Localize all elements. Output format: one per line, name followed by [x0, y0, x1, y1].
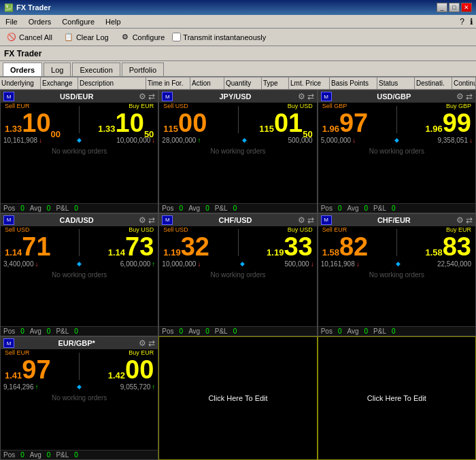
footer-pos-label-chf-eur: Pos [321, 328, 333, 335]
vol-left-val-usd-eur: 10,161,908 [3, 137, 37, 144]
panel-settings-icon-chf-usd[interactable]: ⚙ [298, 215, 305, 225]
panel-footer-jpy-usd: Pos 0 Avg 0 P&L 0 [159, 203, 316, 213]
trading-panel-chf-eur[interactable]: M CHF/EUR ⚙ ⇄ Sell EUR 1.58 82 [318, 213, 476, 337]
panel-switch-icon-usd-eur[interactable]: ⇄ [148, 92, 155, 101]
menu-file[interactable]: File [3, 17, 20, 26]
sell-prefix-chf-eur: 1.58 [322, 247, 339, 258]
buy-block-chf-eur[interactable]: Buy EUR 1.58 83 [400, 226, 471, 260]
panel-settings-icon-eur-gbp[interactable]: ⚙ [139, 338, 146, 348]
tab-log[interactable]: Log [44, 63, 71, 76]
panel-switch-icon-eur-gbp[interactable]: ⇄ [148, 338, 155, 348]
buy-num-eur-gbp: 1.42 00 [108, 357, 154, 383]
vol-right-dir-cad-usd: ↑ [152, 260, 155, 268]
panel-settings-icon-cad-usd[interactable]: ⚙ [139, 215, 146, 225]
sell-block-cad-usd[interactable]: Sell USD 1.14 71 [5, 226, 76, 260]
tab-orders[interactable]: Orders [3, 63, 42, 76]
panel-switch-icon-cad-usd[interactable]: ⇄ [148, 215, 155, 225]
vol-left-val-cad-usd: 3,400,000 [3, 260, 34, 268]
buy-block-usd-gbp[interactable]: Buy GBP 1.96 99 [400, 103, 471, 136]
footer-pl-label-chf-usd: P&L [215, 328, 228, 335]
panel-footer-usd-gbp: Pos 0 Avg 0 P&L 0 [318, 203, 475, 213]
maximize-button[interactable]: □ [449, 3, 460, 12]
footer-avg-label-chf-eur: Avg [347, 328, 358, 335]
panel-header-usd-eur: M USD/EUR ⚙ ⇄ [1, 90, 158, 103]
sell-num-usd-eur: 1.33 10 00 [5, 110, 76, 136]
panel-footer-usd-eur: Pos 0 Avg 0 P&L 0 [1, 203, 158, 213]
trading-panel-empty1[interactable]: Click Here To Edit [158, 336, 317, 460]
menu-orders[interactable]: Orders [26, 17, 54, 26]
col-underlying: Underlying [0, 77, 41, 89]
panel-volumes-chf-eur: 10,161,908 ↓ ◆ 22,540,000 [318, 260, 475, 268]
buy-block-usd-eur[interactable]: Buy EUR 1.33 10 50 [82, 103, 154, 136]
trading-panel-usd-eur[interactable]: M USD/EUR ⚙ ⇄ Sell EUR 1.33 10 00 [0, 90, 158, 213]
panel-icons-chf-usd: ⚙ ⇄ [298, 215, 314, 225]
vol-right-dir-chf-usd: ↓ [311, 260, 314, 268]
buy-prefix-cad-usd: 1.14 [108, 247, 125, 258]
info-icon[interactable]: ℹ [470, 17, 473, 26]
orders-area-chf-usd [159, 281, 316, 327]
panel-volumes-usd-eur: 10,161,908 ↓ ◆ 10,000,000 ↓ [1, 136, 158, 145]
panel-icons-usd-gbp: ⚙ ⇄ [456, 92, 473, 101]
panel-title-cad-usd: CAD/USD [60, 216, 94, 224]
sell-big-jpy-usd: 00 [178, 110, 207, 136]
sell-block-usd-eur[interactable]: Sell EUR 1.33 10 00 [5, 103, 76, 136]
panel-flag-cad-usd: M [3, 215, 14, 225]
buy-block-jpy-usd[interactable]: Buy USD 115 01 50 [241, 103, 313, 136]
panel-title-jpy-usd: JPY/USD [219, 92, 251, 101]
col-destinati: Destinati. [415, 77, 452, 89]
panel-settings-icon-usd-gbp[interactable]: ⚙ [456, 92, 464, 101]
trading-panel-eur-gbp[interactable]: M EUR/GBP* ⚙ ⇄ Sell EUR 1.41 97 [0, 336, 158, 460]
cancel-all-button[interactable]: 🚫 Cancel All [3, 31, 56, 44]
sell-block-eur-gbp[interactable]: Sell EUR 1.41 97 [5, 349, 76, 383]
sell-block-jpy-usd[interactable]: Sell USD 115 00 [163, 103, 235, 136]
buy-big-chf-eur: 83 [443, 234, 471, 260]
click-to-edit-empty1[interactable]: Click Here To Edit [159, 337, 316, 459]
footer-pos-val-usd-gbp: 0 [338, 205, 342, 212]
trading-panel-usd-gbp[interactable]: M USD/GBP ⚙ ⇄ Sell GBP 1.96 97 [318, 90, 476, 213]
panel-settings-icon-usd-eur[interactable]: ⚙ [139, 92, 146, 101]
panel-prices-usd-gbp: Sell GBP 1.96 97 Buy GBP 1.96 99 [318, 103, 475, 136]
trading-panel-cad-usd[interactable]: M CAD/USD ⚙ ⇄ Sell USD 1.14 71 [0, 213, 158, 337]
click-to-edit-empty2[interactable]: Click Here To Edit [318, 337, 475, 459]
buy-block-cad-usd[interactable]: Buy USD 1.14 73 [82, 226, 154, 260]
panel-switch-icon-chf-eur[interactable]: ⇄ [466, 215, 473, 225]
sell-block-chf-eur[interactable]: Sell EUR 1.58 82 [322, 226, 394, 260]
panel-header-chf-usd: M CHF/USD ⚙ ⇄ [159, 214, 316, 226]
clear-log-button[interactable]: 📋 Clear Log [60, 31, 112, 44]
panel-settings-icon-chf-eur[interactable]: ⚙ [456, 215, 464, 225]
sell-block-usd-gbp[interactable]: Sell GBP 1.96 97 [322, 103, 394, 136]
panel-footer-eur-gbp: Pos 0 Avg 0 P&L 0 [1, 450, 158, 459]
buy-suffix-usd-eur: 50 [144, 129, 154, 139]
panel-title-usd-eur: USD/EUR [60, 92, 94, 101]
close-button[interactable]: ✕ [461, 3, 472, 12]
col-description: Description [78, 77, 146, 89]
minimize-button[interactable]: _ [437, 3, 447, 12]
panel-flag-jpy-usd: M [162, 92, 173, 101]
panel-switch-icon-jpy-usd[interactable]: ⇄ [307, 92, 314, 101]
col-lmtprice: Lmt. Price [289, 77, 330, 89]
buy-block-eur-gbp[interactable]: Buy EUR 1.42 00 [82, 349, 154, 383]
diamond-icon-chf-usd: ◆ [240, 260, 245, 268]
footer-pos-label-usd-gbp: Pos [321, 205, 333, 212]
trading-panel-jpy-usd[interactable]: M JPY/USD ⚙ ⇄ Sell USD 115 00 [158, 90, 317, 213]
transmit-checkbox[interactable] [172, 33, 181, 41]
panel-settings-icon-jpy-usd[interactable]: ⚙ [298, 92, 305, 101]
help-icon[interactable]: ? [460, 17, 464, 26]
trading-panel-empty2[interactable]: Click Here To Edit [318, 336, 476, 460]
panel-switch-icon-usd-gbp[interactable]: ⇄ [466, 92, 473, 101]
menu-help[interactable]: Help [103, 17, 124, 26]
sell-num-usd-gbp: 1.96 97 [322, 110, 394, 136]
sell-block-chf-usd[interactable]: Sell USD 1.19 32 [163, 226, 235, 260]
vol-left-val-usd-gbp: 5,000,000 [321, 137, 352, 144]
footer-avg-label-cad-usd: Avg [30, 328, 41, 335]
menu-configure[interactable]: Configure [59, 17, 97, 26]
title-bar-left: 💹 FX Trader [4, 3, 51, 12]
tab-execution[interactable]: Execution [72, 63, 120, 76]
panel-header-usd-gbp: M USD/GBP ⚙ ⇄ [318, 90, 475, 103]
tab-portfolio[interactable]: Portfolio [122, 63, 164, 76]
buy-big-usd-eur: 10 [116, 110, 144, 136]
trading-panel-chf-usd[interactable]: M CHF/USD ⚙ ⇄ Sell USD 1.19 32 [158, 213, 317, 337]
panel-switch-icon-chf-usd[interactable]: ⇄ [307, 215, 314, 225]
configure-button[interactable]: ⚙ Configure [116, 31, 169, 44]
buy-block-chf-usd[interactable]: Buy USD 1.19 33 [241, 226, 313, 260]
